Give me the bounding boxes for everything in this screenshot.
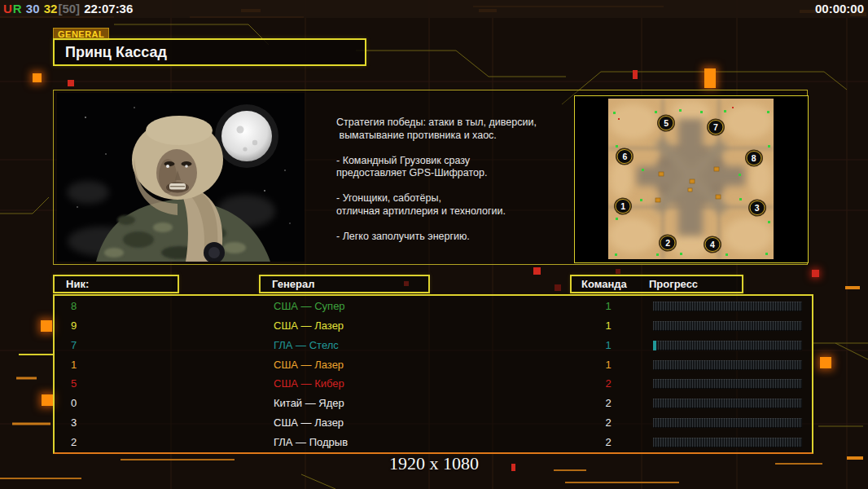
status-segment: U [3, 2, 12, 15]
player-general: США — Лазер [274, 316, 344, 336]
map-image [608, 99, 774, 259]
header-team-label: Команда [581, 276, 627, 292]
player-row: 1 США — Лазер 1 [55, 355, 812, 375]
marker-number: 8 [752, 153, 756, 163]
player-general: ГЛА — Стелс [274, 336, 339, 355]
marker-number: 5 [664, 118, 669, 128]
strategy-description: Стратегия победы: атаки в тыл, диверсии,… [336, 117, 574, 243]
progress-bar [653, 341, 802, 350]
player-nick: 8 [71, 297, 77, 316]
player-nick: 3 [71, 413, 77, 433]
decor-square [33, 73, 42, 82]
player-team: 1 [597, 336, 620, 355]
player-team: 1 [597, 297, 620, 316]
progress-bar [653, 302, 802, 311]
decor-square [704, 68, 716, 88]
player-team: 2 [597, 433, 620, 452]
header-progress-label: Прогресс [649, 276, 698, 292]
top-status-bar: UR 30 32[50] 22:07:36 00:00:00 [0, 0, 868, 18]
start-position-marker: 7 [708, 120, 723, 134]
decor-square [68, 80, 74, 86]
player-row: 3 США — Лазер 2 [55, 413, 812, 433]
decor-dash [845, 286, 860, 289]
decor-square [42, 394, 53, 406]
player-table: 8 США — Супер 1 9 США — Лазер 1 7 ГЛА — … [53, 294, 813, 454]
progress-bar [653, 418, 802, 428]
player-row: 5 США — Кибер 2 [55, 374, 812, 394]
player-nick: 1 [71, 355, 77, 375]
decor-square [555, 284, 561, 291]
progress-fill [653, 341, 656, 350]
portrait-image [57, 93, 305, 262]
player-nick: 0 [71, 394, 77, 413]
general-name-box: Принц Кассад [53, 38, 366, 66]
resolution-label: 1920 x 1080 [0, 453, 868, 474]
progress-bar [653, 379, 802, 389]
decor-square [41, 320, 52, 332]
marker-number: 7 [713, 122, 718, 132]
decor-square [616, 269, 620, 274]
start-position-marker: 2 [660, 236, 676, 250]
player-team: 2 [597, 394, 620, 413]
start-position-marker: 3 [749, 200, 765, 215]
status-segment: [50] [58, 2, 80, 15]
header-nick: Ник: [53, 275, 179, 293]
player-general: США — Кибер [274, 374, 344, 394]
player-row: 8 США — Супер 1 [55, 297, 812, 316]
start-position-marker: 1 [616, 199, 631, 214]
progress-bar [653, 321, 802, 331]
start-position-marker: 5 [659, 116, 674, 130]
status-segment: R [13, 2, 22, 15]
player-team: 1 [597, 316, 620, 336]
start-position-marker: 8 [746, 151, 761, 165]
player-general: ГЛА — Подрыв [274, 433, 348, 452]
header-nick-label: Ник: [55, 276, 89, 292]
progress-bar [653, 399, 802, 408]
header-general-label: Генерал [261, 276, 314, 292]
player-general: Китай — Ядер [274, 394, 344, 413]
player-general: США — Супер [274, 297, 345, 316]
marker-number: 3 [755, 203, 760, 213]
player-row: 0 Китай — Ядер 2 [55, 394, 812, 413]
map-preview: 5 7 6 8 1 3 2 4 [574, 95, 809, 263]
network-status: UR 30 32[50] 22:07:36 [3, 2, 134, 15]
header-team-progress: Команда Прогресс [570, 275, 743, 293]
player-team: 2 [597, 374, 620, 394]
progress-bar [653, 438, 802, 447]
general-name: Принц Кассад [65, 44, 167, 60]
player-general: США — Лазер [274, 355, 344, 375]
marker-number: 4 [710, 240, 715, 249]
marker-number: 6 [622, 152, 627, 161]
player-nick: 7 [71, 336, 77, 355]
loading-screen: UR 30 32[50] 22:07:36 00:00:00 GENERAL П… [0, 0, 868, 489]
decor-square [812, 270, 819, 277]
status-segment: 32 [41, 2, 58, 15]
decor-square [633, 70, 638, 79]
player-team: 2 [597, 413, 620, 433]
player-nick: 2 [71, 433, 77, 452]
general-portrait [57, 93, 305, 262]
start-position-marker: 4 [704, 237, 720, 252]
player-nick: 9 [71, 316, 77, 336]
status-clock: 22:07:36 [81, 2, 133, 15]
player-row: 2 ГЛА — Подрыв 2 [55, 433, 812, 452]
player-nick: 5 [71, 374, 77, 394]
marker-number: 2 [665, 238, 670, 248]
status-segment: 30 [23, 2, 40, 15]
player-row: 7 ГЛА — Стелс 1 [55, 336, 812, 355]
general-info-panel: Стратегия победы: атаки в тыл, диверсии,… [53, 90, 808, 265]
marker-number: 1 [620, 201, 625, 211]
progress-bar [653, 360, 802, 370]
player-row: 9 США — Лазер 1 [55, 316, 812, 336]
decor-square [820, 357, 831, 368]
decor-square [533, 267, 541, 275]
match-timer: 00:00:00 [815, 2, 864, 15]
player-team: 1 [597, 355, 620, 375]
map-terrain: 5 7 6 8 1 3 2 4 [608, 99, 774, 259]
header-general: Генерал [259, 275, 430, 293]
player-general: США — Лазер [274, 413, 344, 433]
start-position-marker: 6 [617, 149, 633, 164]
moon-icon [215, 104, 278, 168]
